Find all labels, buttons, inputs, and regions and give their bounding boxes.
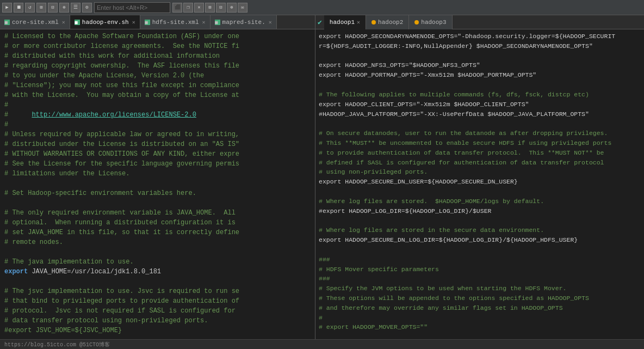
ssh-tab-hadoop1[interactable]: hadoop1 ✕ bbox=[324, 15, 366, 29]
tab-label-hadoop-env: hadoop-env.sh bbox=[82, 19, 129, 26]
toolbar-icon-r4[interactable]: ⊞ bbox=[205, 3, 215, 13]
close-icon[interactable]: ✕ bbox=[202, 19, 206, 26]
toolbar-icon-8[interactable]: ⚙ bbox=[82, 3, 92, 13]
toolbar-icon-3[interactable]: ↺ bbox=[25, 3, 35, 13]
host-input[interactable] bbox=[94, 2, 170, 13]
tab-label-mapred-site: mapred-site. bbox=[222, 19, 265, 26]
toolbar-icon-r7[interactable]: ✉ bbox=[238, 3, 247, 13]
bottom-bar: https://blog.51cto.com @51CTO博客 bbox=[0, 339, 644, 349]
toolbar-icon-r3[interactable]: ✕ bbox=[194, 3, 204, 13]
ssh-tab-hadoop3[interactable]: hadoop3 bbox=[409, 15, 452, 29]
tab-icon: ■ bbox=[145, 20, 150, 25]
tab-label-hadoop3: hadoop3 bbox=[421, 19, 446, 26]
tab-label-hadoop1: hadoop1 bbox=[330, 19, 355, 26]
left-panel: ■ core-site.xml ✕ ■ hadoop-env.sh ✕ ■ hd… bbox=[0, 15, 315, 339]
toolbar-icons: ▶ ⏹ ↺ ⊞ ⊟ ⊕ ☰ ⚙ bbox=[2, 3, 92, 13]
toolbar-icon-6[interactable]: ⊕ bbox=[59, 3, 69, 13]
toolbar-icon-5[interactable]: ⊟ bbox=[48, 3, 58, 13]
toolbar-icon-1[interactable]: ▶ bbox=[2, 3, 12, 13]
tab-icon: ■ bbox=[215, 20, 220, 25]
close-icon[interactable]: ✕ bbox=[62, 19, 65, 26]
status-dot bbox=[414, 20, 419, 25]
status-dot bbox=[371, 20, 376, 25]
tab-hdfs-site[interactable]: ■ hdfs-site.xml ✕ bbox=[140, 15, 210, 29]
toolbar-icon-r1[interactable]: ⬛ bbox=[172, 3, 182, 13]
toolbar-icon-r5[interactable]: ⊟ bbox=[216, 3, 226, 13]
toolbar-icon-4[interactable]: ⊞ bbox=[36, 3, 46, 13]
close-icon[interactable]: ✕ bbox=[132, 19, 135, 26]
toolbar-icon-r6[interactable]: ⊕ bbox=[227, 3, 237, 13]
close-icon[interactable]: ✕ bbox=[357, 19, 360, 26]
watermark-url: https://blog.51cto.com @51CTO博客 bbox=[4, 341, 110, 348]
tab-core-site[interactable]: ■ core-site.xml ✕ bbox=[0, 15, 70, 29]
code-area: # Licensed to the Apache Software Founda… bbox=[0, 29, 315, 339]
tab-label-core-site: core-site.xml bbox=[12, 19, 59, 26]
tab-label-hadoop2: hadoop2 bbox=[378, 19, 403, 26]
tab-icon: ■ bbox=[75, 20, 80, 25]
code-content[interactable]: # Licensed to the Apache Software Founda… bbox=[0, 29, 315, 339]
ssh-header: ✔ hadoop1 ✕ hadoop2 hadoop3 bbox=[315, 15, 644, 29]
file-tabs: ■ core-site.xml ✕ ■ hadoop-env.sh ✕ ■ hd… bbox=[0, 15, 315, 29]
check-icon: ✔ bbox=[315, 18, 324, 27]
tab-label-hdfs-site: hdfs-site.xml bbox=[152, 19, 199, 26]
toolbar-icon-r2[interactable]: ❐ bbox=[183, 3, 193, 13]
main-area: ■ core-site.xml ✕ ■ hadoop-env.sh ✕ ■ hd… bbox=[0, 15, 644, 339]
ssh-tab-hadoop2[interactable]: hadoop2 bbox=[366, 15, 409, 29]
tab-hadoop-env[interactable]: ■ hadoop-env.sh ✕ bbox=[70, 15, 140, 29]
close-icon[interactable]: ✕ bbox=[269, 19, 272, 26]
tab-mapred-site[interactable]: ■ mapred-site. ✕ bbox=[210, 15, 277, 29]
right-panel: ✔ hadoop1 ✕ hadoop2 hadoop3 export HADOO… bbox=[315, 15, 644, 339]
toolbar: ▶ ⏹ ↺ ⊞ ⊟ ⊕ ☰ ⚙ ⬛ ❐ ✕ ⊞ ⊟ ⊕ ✉ bbox=[0, 0, 644, 15]
tab-icon: ■ bbox=[4, 20, 10, 25]
terminal-content[interactable]: export HADOOP_SECONDARYNAMENODE_OPTS="-D… bbox=[315, 29, 644, 339]
toolbar-icon-7[interactable]: ☰ bbox=[71, 3, 81, 13]
toolbar-icon-2[interactable]: ⏹ bbox=[14, 3, 23, 13]
toolbar-right-icons: ⬛ ❐ ✕ ⊞ ⊟ ⊕ ✉ bbox=[172, 3, 247, 13]
